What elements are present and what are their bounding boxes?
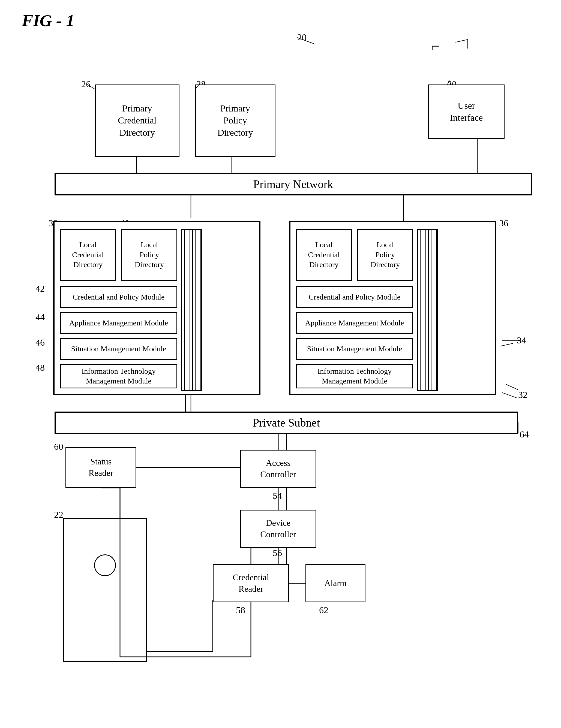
device-controller-box: DeviceController [240, 510, 317, 548]
ref-44: 44 [35, 312, 45, 322]
fig-label: FIG - 1 [22, 11, 74, 30]
ref-32: 32 [518, 390, 527, 400]
ref-62: 62 [319, 605, 329, 615]
left-local-credential-box: LocalCredentialDirectory [60, 229, 116, 281]
right-appliance-management-module: Appliance Management Module [296, 312, 413, 334]
ref-36: 36 [499, 218, 508, 228]
access-controller-box: AccessController [240, 450, 317, 488]
ref-26: 26 [81, 79, 90, 89]
right-it-management-module: Information TechnologyManagement Module [296, 364, 413, 388]
primary-credential-directory-box: PrimaryCredentialDirectory [95, 84, 179, 157]
ref-64: 64 [520, 429, 529, 440]
ref-60: 60 [54, 442, 63, 452]
left-it-management-module: Information TechnologyManagement Module [60, 364, 177, 388]
bracket-20: ⌐ [431, 37, 440, 56]
primary-policy-directory-box: PrimaryPolicyDirectory [195, 84, 275, 157]
left-credential-policy-module: Credential and Policy Module [60, 286, 177, 308]
ref-22: 22 [54, 510, 63, 520]
left-appliance-management-module: Appliance Management Module [60, 312, 177, 334]
ref-48: 48 [35, 363, 45, 373]
ref-20: 20 [297, 32, 307, 43]
status-reader-box: StatusReader [65, 447, 136, 488]
right-hatch-border [417, 229, 438, 391]
left-local-policy-box: LocalPolicyDirectory [121, 229, 177, 281]
svg-line-35 [502, 392, 517, 398]
right-credential-policy-module: Credential and Policy Module [296, 286, 413, 308]
primary-network-bar: Primary Network [55, 173, 532, 195]
alarm-box: Alarm [306, 564, 366, 602]
svg-line-36 [456, 40, 468, 42]
ref-46: 46 [35, 337, 45, 348]
ref-42: 42 [35, 283, 45, 294]
user-interface-box: UserInterface [428, 84, 505, 139]
ref-54: 54 [273, 491, 282, 501]
ref-34: 34 [517, 335, 526, 346]
credential-reader-box: CredentialReader [213, 564, 289, 602]
left-situation-management-module: Situation Management Module [60, 338, 177, 360]
right-local-policy-box: LocalPolicyDirectory [357, 229, 413, 281]
diagram-container: FIG - 1 20 26 PrimaryCredentialDirectory… [0, 0, 561, 728]
right-local-credential-box: LocalCredentialDirectory [296, 229, 352, 281]
device-housing-box [63, 518, 147, 662]
svg-line-18 [506, 384, 518, 390]
svg-line-17 [500, 343, 513, 346]
private-subnet-bar: Private Subnet [55, 412, 518, 434]
ref-56: 56 [273, 548, 282, 558]
left-hatch-border [181, 229, 202, 391]
right-situation-management-module: Situation Management Module [296, 338, 413, 360]
device-circle [94, 554, 116, 576]
ref-58: 58 [236, 605, 245, 615]
